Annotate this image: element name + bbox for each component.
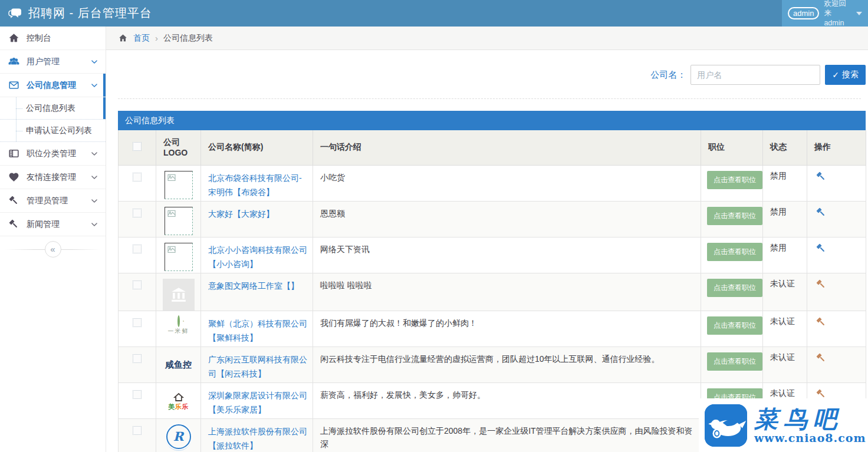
company-intro: 啦啦啦 啦啦啦 <box>320 281 372 290</box>
status-text: 禁用 <box>770 243 787 252</box>
column-header-name: 公司名称(简称) <box>201 130 313 165</box>
chevron-down-icon <box>90 81 98 90</box>
company-name-input[interactable] <box>691 65 820 85</box>
welcome-text: 欢迎回来 admin <box>824 0 850 28</box>
broken-image-icon <box>167 245 176 255</box>
table-row: 北京布袋谷科技有限公司-宋明伟【布袋谷】 小吃货 点击查看职位 禁用 <box>119 165 866 201</box>
sidebar-subitem-certification-list[interactable]: 申请认证公司列表 <box>0 120 106 142</box>
row-checkbox[interactable] <box>133 281 142 289</box>
row-checkbox[interactable] <box>133 354 142 363</box>
view-jobs-button[interactable]: 点击查看职位 <box>707 316 762 335</box>
watermark-url: www.cniao8.com <box>754 431 866 444</box>
table-row: 大家好【大家好】 恩恩额 点击查看职位 禁用 <box>119 201 866 237</box>
table-header-row: 公司 LOGO 公司名称(简称) 一句话介绍 职位 状态 操作 <box>119 130 866 165</box>
gavel-icon <box>8 219 19 230</box>
sidebar-item-admin-management[interactable]: 管理员管理 <box>0 189 106 213</box>
view-jobs-button[interactable]: 点击查看职位 <box>707 352 762 371</box>
status-text: 未认证 <box>770 352 795 362</box>
sidebar-item-user-management[interactable]: 用户管理 <box>0 50 106 74</box>
company-intro: 恩恩额 <box>320 209 345 218</box>
row-checkbox[interactable] <box>133 318 142 327</box>
bird-logo-icon <box>705 404 747 447</box>
company-name-link[interactable]: 北京布袋谷科技有限公司-宋明伟【布袋谷】 <box>208 173 302 197</box>
row-checkbox[interactable] <box>133 245 142 253</box>
table-row: 咸鱼控 广东闲云互联网科技有限公司【闲云科技】 闲云科技专注于电信行业流量经营的… <box>119 347 866 382</box>
sidebar-item-label: 新闻管理 <box>27 219 83 230</box>
company-intro: 薪资高，福利好，发展快，美女多，帅哥好。 <box>320 390 485 400</box>
gavel-action-icon[interactable] <box>816 316 827 328</box>
company-name-link[interactable]: 聚鲜（北京）科技有限公司【聚鲜科技】 <box>208 319 307 343</box>
company-name-link[interactable]: 上海派拉软件股份有限公司【派拉软件】 <box>208 427 307 451</box>
view-jobs-button[interactable]: 点击查看职位 <box>707 279 762 297</box>
chevron-down-icon <box>90 197 98 205</box>
company-name-link[interactable]: 深圳象限家居设计有限公司【美乐乐家居】 <box>208 391 307 415</box>
search-button[interactable]: ✓ 搜索 <box>825 65 866 85</box>
company-logo-broken <box>165 207 193 235</box>
chevron-down-icon[interactable] <box>856 12 862 15</box>
chevron-down-icon <box>90 220 98 229</box>
company-name-link[interactable]: 北京小小咨询科技有限公司【小小咨询】 <box>208 245 307 269</box>
film-icon <box>8 148 19 159</box>
column-header-action: 操作 <box>807 130 866 165</box>
table-row: 北京小小咨询科技有限公司【小小咨询】 网络天下资讯 点击查看职位 禁用 <box>119 237 866 273</box>
company-name-link[interactable]: 大家好【大家好】 <box>208 209 274 219</box>
search-button-label: 搜索 <box>842 70 859 80</box>
row-checkbox[interactable] <box>133 173 142 182</box>
gavel-action-icon[interactable] <box>816 279 827 290</box>
broken-image-icon <box>167 209 176 219</box>
row-checkbox[interactable] <box>133 426 142 435</box>
sidebar-collapse-button[interactable]: « <box>45 241 61 258</box>
home-icon <box>118 33 128 43</box>
house-icon <box>173 392 185 402</box>
select-all-checkbox[interactable] <box>133 142 142 151</box>
gavel-action-icon[interactable] <box>816 352 827 364</box>
chevron-down-icon <box>90 173 98 182</box>
status-text: 禁用 <box>770 171 787 180</box>
view-jobs-button[interactable]: 点击查看职位 <box>707 171 762 189</box>
row-checkbox[interactable] <box>133 390 142 399</box>
green-circle-logo <box>177 315 180 327</box>
sidebar-item-console[interactable]: 控制台 <box>0 27 106 50</box>
panel-title: 公司信息列表 <box>118 111 866 130</box>
column-header-status: 状态 <box>763 130 807 165</box>
sidebar-item-label: 友情连接管理 <box>27 172 83 183</box>
heart-icon <box>8 171 19 183</box>
sidebar-item-news-management[interactable]: 新闻管理 <box>0 213 106 236</box>
logo-char: 乐 <box>182 403 189 410</box>
sidebar-item-friend-links-management[interactable]: 友情连接管理 <box>0 166 106 189</box>
gavel-action-icon[interactable] <box>816 243 827 254</box>
breadcrumb: 首页 › 公司信息列表 <box>106 27 868 50</box>
status-text: 未认证 <box>770 316 795 326</box>
gavel-action-icon[interactable] <box>816 171 827 182</box>
gavel-icon <box>8 195 19 206</box>
section-divider <box>118 98 861 99</box>
gavel-action-icon[interactable] <box>816 207 827 218</box>
avatar[interactable]: admin <box>788 7 819 19</box>
company-name-link[interactable]: 广东闲云互联网科技有限公司【闲云科技】 <box>208 355 307 379</box>
breadcrumb-home-link[interactable]: 首页 <box>133 33 150 44</box>
logo-char: 美 <box>168 403 175 410</box>
gavel-action-icon[interactable] <box>816 388 827 400</box>
sidebar-item-label: 用户管理 <box>27 57 83 67</box>
view-jobs-button[interactable]: 点击查看职位 <box>707 243 762 261</box>
check-icon: ✓ <box>832 70 839 80</box>
status-text: 禁用 <box>770 207 787 216</box>
view-jobs-button[interactable]: 点击查看职位 <box>707 207 762 225</box>
sidebar-subitem-label: 公司信息列表 <box>26 103 75 114</box>
welcome-line: 欢迎回来 <box>824 0 846 17</box>
sidebar-subitem-company-list[interactable]: 公司信息列表 <box>0 97 106 120</box>
app-title: 招聘网 - 后台管理平台 <box>28 5 152 21</box>
search-label: 公司名： <box>650 70 686 81</box>
company-intro: 我们有屌爆了的大叔！和嫩爆了的小鲜肉！ <box>320 318 477 328</box>
users-icon <box>8 56 19 67</box>
sidebar-item-job-category-management[interactable]: 职位分类管理 <box>0 142 106 166</box>
watermark-text: 菜鸟吧 www.cniao8.com <box>754 407 866 444</box>
user-menu[interactable]: admin 欢迎回来 admin <box>782 0 868 27</box>
search-form: 公司名： ✓ 搜索 <box>650 65 866 85</box>
company-logo-yimixian: 一米鲜 <box>168 316 189 335</box>
chat-bubble-icon <box>8 6 22 21</box>
sidebar-item-company-info-management[interactable]: 公司信息管理 <box>0 74 106 97</box>
company-name-link[interactable]: 意象图文网络工作室【】 <box>208 281 299 291</box>
sidebar-subitem-label: 申请认证公司列表 <box>26 126 92 136</box>
row-checkbox[interactable] <box>133 209 142 217</box>
